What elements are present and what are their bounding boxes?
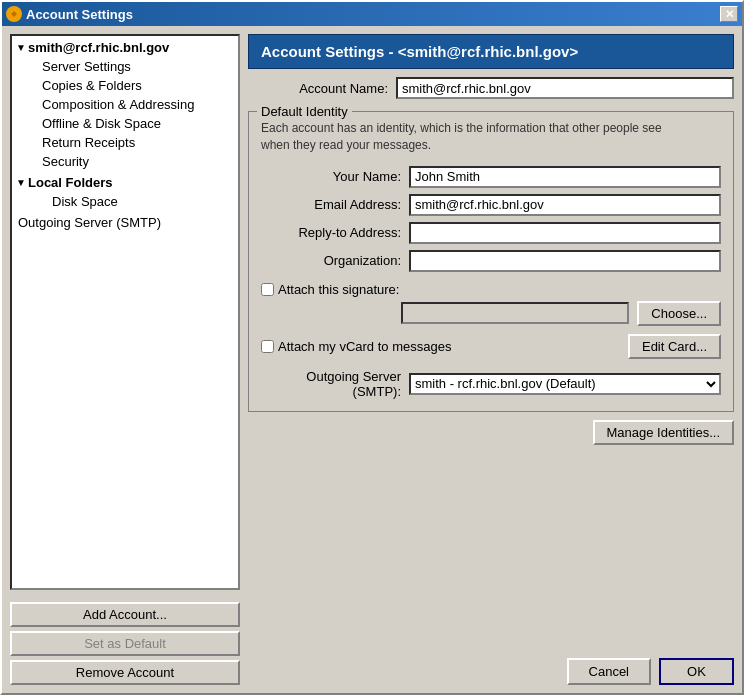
attach-vcard-checkbox[interactable] <box>261 340 274 353</box>
cancel-button[interactable]: Cancel <box>567 658 651 685</box>
your-name-label: Your Name: <box>261 169 401 184</box>
settings-content: Account Name: Default Identity Each acco… <box>248 77 734 590</box>
close-button[interactable]: ✕ <box>720 6 738 22</box>
email-address-input[interactable] <box>409 194 721 216</box>
account-name-row: Account Name: <box>248 77 734 99</box>
signature-input-row: Choose... <box>401 301 721 326</box>
title-bar-left: Account Settings <box>6 6 133 22</box>
sidebar-item-disk-space[interactable]: Disk Space <box>14 192 236 211</box>
organization-input[interactable] <box>409 250 721 272</box>
sidebar-item-local-folders-root[interactable]: ▼ Local Folders <box>14 173 236 192</box>
outgoing-smtp-select[interactable]: smith - rcf.rhic.bnl.gov (Default) <box>409 373 721 395</box>
sidebar-item-offline-disk-space[interactable]: Offline & Disk Space <box>14 114 236 133</box>
manage-identities-button[interactable]: Manage Identities... <box>593 420 734 445</box>
reply-to-input[interactable] <box>409 222 721 244</box>
sidebar-item-outgoing-smtp[interactable]: Outgoing Server (SMTP) <box>14 213 236 232</box>
outgoing-smtp-label: Outgoing Server (SMTP): <box>261 369 401 399</box>
sidebar-item-composition-addressing[interactable]: Composition & Addressing <box>14 95 236 114</box>
your-name-row: Your Name: <box>261 166 721 188</box>
account-name-input[interactable] <box>396 77 734 99</box>
title-bar: Account Settings ✕ <box>2 2 742 26</box>
attach-signature-label: Attach this signature: <box>278 282 399 297</box>
close-icon: ✕ <box>725 8 734 21</box>
sidebar: ▼ smith@rcf.rhic.bnl.gov Server Settings… <box>10 34 240 590</box>
organization-label: Organization: <box>261 253 401 268</box>
sidebar-item-security[interactable]: Security <box>14 152 236 171</box>
sidebar-item-server-settings[interactable]: Server Settings <box>14 57 236 76</box>
attach-vcard-label: Attach my vCard to messages <box>278 339 451 354</box>
account-email: smith@rcf.rhic.bnl.gov <box>28 40 169 55</box>
bottom-area: Add Account... Set as Default Remove Acc… <box>2 598 742 693</box>
collapse-icon: ▼ <box>16 42 26 53</box>
signature-file-input[interactable] <box>401 302 629 324</box>
your-name-input[interactable] <box>409 166 721 188</box>
reply-to-row: Reply-to Address: <box>261 222 721 244</box>
email-address-label: Email Address: <box>261 197 401 212</box>
content-area: ▼ smith@rcf.rhic.bnl.gov Server Settings… <box>2 26 742 598</box>
outgoing-smtp-row: Outgoing Server (SMTP): smith - rcf.rhic… <box>261 369 721 399</box>
vcard-checkbox-row: Attach my vCard to messages <box>261 339 451 354</box>
window-title: Account Settings <box>26 7 133 22</box>
app-icon <box>6 6 22 22</box>
reply-to-label: Reply-to Address: <box>261 225 401 240</box>
main-panel: Account Settings - <smith@rcf.rhic.bnl.g… <box>248 34 734 590</box>
attach-signature-checkbox[interactable] <box>261 283 274 296</box>
local-folders-label: Local Folders <box>28 175 113 190</box>
edit-card-button[interactable]: Edit Card... <box>628 334 721 359</box>
signature-row: Attach this signature: <box>261 282 721 297</box>
account-name-label: Account Name: <box>248 81 388 96</box>
sidebar-item-account[interactable]: ▼ smith@rcf.rhic.bnl.gov <box>14 38 236 57</box>
dialog-buttons: Cancel OK <box>567 658 734 685</box>
default-identity-group: Default Identity Each account has an ide… <box>248 111 734 412</box>
manage-identities-row: Manage Identities... <box>248 420 734 445</box>
remove-account-button[interactable]: Remove Account <box>10 660 240 685</box>
organization-row: Organization: <box>261 250 721 272</box>
sidebar-item-copies-folders[interactable]: Copies & Folders <box>14 76 236 95</box>
default-identity-desc: Each account has an identity, which is t… <box>261 120 721 154</box>
add-account-button[interactable]: Add Account... <box>10 602 240 627</box>
panel-header: Account Settings - <smith@rcf.rhic.bnl.g… <box>248 34 734 69</box>
sidebar-item-return-receipts[interactable]: Return Receipts <box>14 133 236 152</box>
account-settings-window: Account Settings ✕ ▼ smith@rcf.rhic.bnl.… <box>0 0 744 695</box>
vcard-row: Attach my vCard to messages Edit Card... <box>261 334 721 359</box>
ok-button[interactable]: OK <box>659 658 734 685</box>
local-collapse-icon: ▼ <box>16 177 26 188</box>
default-identity-legend: Default Identity <box>257 104 352 119</box>
attach-signature-checkbox-row: Attach this signature: <box>261 282 399 297</box>
email-address-row: Email Address: <box>261 194 721 216</box>
choose-button[interactable]: Choose... <box>637 301 721 326</box>
set-default-button[interactable]: Set as Default <box>10 631 240 656</box>
sidebar-bottom-buttons: Add Account... Set as Default Remove Acc… <box>10 602 240 685</box>
